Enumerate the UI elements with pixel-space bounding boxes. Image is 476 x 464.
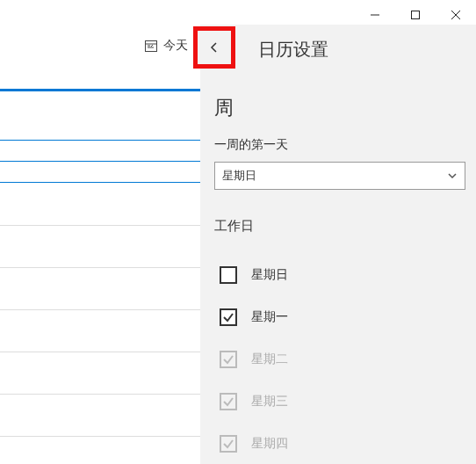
first-day-label: 一周的第一天 — [214, 137, 465, 153]
check-icon — [222, 311, 234, 323]
checkbox-label: 星期三 — [251, 394, 288, 410]
close-icon — [451, 11, 460, 19]
settings-panel: 日历设置 周 一周的第一天 星期日 工作日 星期日星期一星期二星期三星期四 — [200, 25, 476, 464]
minimize-button[interactable] — [355, 5, 395, 25]
check-icon — [222, 395, 234, 408]
check-icon — [222, 438, 234, 450]
checkbox-box[interactable] — [220, 266, 237, 284]
active-tab-indicator — [0, 89, 200, 91]
workday-checkbox-row: 星期三 — [214, 381, 465, 423]
checkbox-box — [220, 435, 237, 453]
minimize-icon — [371, 11, 379, 19]
time-slot-row[interactable] — [0, 140, 200, 162]
time-slot-row[interactable] — [0, 395, 200, 437]
checkbox-box[interactable] — [220, 308, 237, 326]
workday-checkbox-row: 星期二 — [214, 338, 465, 381]
today-button[interactable]: 今天 — [163, 38, 188, 54]
settings-title: 日历设置 — [258, 38, 328, 62]
checkbox-label: 星期四 — [251, 436, 288, 452]
time-slot-row[interactable] — [0, 310, 200, 352]
checkbox-label: 星期二 — [251, 352, 288, 367]
first-day-select[interactable]: 星期日 — [214, 162, 465, 190]
maximize-icon — [411, 11, 420, 19]
chevron-down-icon — [447, 170, 458, 181]
calendar-toolbar: 今天 — [0, 25, 200, 67]
checkbox-box — [220, 393, 237, 410]
maximize-button[interactable] — [395, 5, 436, 25]
svg-rect-1 — [412, 11, 420, 19]
week-section-title: 周 — [214, 95, 465, 121]
calendar-today-icon — [144, 39, 158, 53]
calendar-content-area: 今天 — [0, 25, 200, 464]
checkbox-box — [220, 351, 237, 368]
checkbox-label: 星期日 — [251, 267, 288, 283]
back-button[interactable] — [193, 26, 235, 69]
time-slot-row[interactable] — [0, 268, 200, 310]
workday-checkbox-row[interactable]: 星期日 — [214, 254, 465, 296]
window-titlebar — [0, 0, 476, 25]
chevron-left-icon — [208, 41, 220, 54]
checkbox-label: 星期一 — [251, 309, 288, 325]
first-day-value: 星期日 — [222, 168, 256, 184]
time-slot-row[interactable] — [0, 437, 200, 464]
workdays-label: 工作日 — [214, 218, 465, 235]
time-slot-row[interactable] — [0, 352, 200, 395]
workday-checkbox-row[interactable]: 星期一 — [214, 296, 465, 338]
check-icon — [222, 353, 234, 366]
time-slot-row[interactable] — [0, 226, 200, 268]
workday-list: 星期日星期一星期二星期三星期四 — [214, 254, 465, 464]
time-slot-row[interactable] — [0, 184, 200, 226]
workday-checkbox-row: 星期四 — [214, 423, 465, 464]
close-button[interactable] — [436, 5, 476, 25]
time-slot-row[interactable] — [0, 161, 200, 183]
